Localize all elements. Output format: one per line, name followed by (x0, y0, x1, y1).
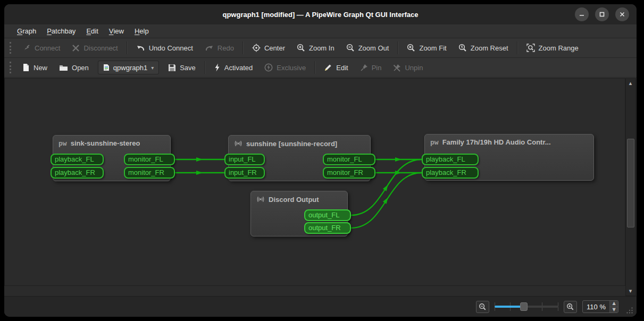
zoom-in-icon (566, 303, 574, 311)
vertical-scrollbar[interactable]: ▴ ▾ (625, 78, 636, 296)
titlebar[interactable]: qpwgraph1 [modified] — A PipeWire Graph … (4, 4, 637, 24)
open-button[interactable]: Open (53, 60, 95, 75)
menu-edit[interactable]: Edit (81, 24, 103, 38)
toolbar-separator (242, 41, 244, 54)
menu-patchbay[interactable]: Patchbay (41, 24, 81, 38)
toolbar-separator (204, 61, 205, 74)
menubar: Graph Patchbay Edit View Help (4, 24, 637, 38)
menu-help[interactable]: Help (129, 24, 154, 38)
zoom-range-label: Zoom Range (539, 44, 579, 52)
graph-central-area: pw sink-sunshine-stereo playback_FL play… (4, 78, 637, 296)
pipewire-icon: pw (430, 138, 439, 146)
redo-button[interactable]: Redo (199, 40, 240, 55)
maximize-button[interactable] (595, 7, 609, 21)
audio-record-icon (256, 195, 265, 204)
node-header: Discord Output (251, 191, 347, 207)
zoom-fit-button[interactable]: Zoom Fit (401, 40, 452, 55)
exclusive-button[interactable]: Exclusive (258, 60, 312, 75)
node-header: pw Family 17h/19h HD Audio Contr... (425, 134, 593, 150)
connect-icon (22, 44, 31, 52)
port-output-fl[interactable]: output_FL (304, 209, 351, 221)
zoom-out-icon (479, 303, 487, 311)
toolbar-separator (517, 41, 518, 54)
port-playback-fl[interactable]: playback_FL (422, 154, 479, 165)
toolbar-separator (127, 41, 128, 54)
menu-view[interactable]: View (104, 24, 129, 38)
statusbar-zoom-out-button[interactable] (476, 301, 489, 313)
maximize-icon (599, 12, 605, 17)
zoom-in-button[interactable]: Zoom In (291, 40, 340, 55)
close-button[interactable] (615, 7, 629, 21)
redo-label: Redo (218, 44, 234, 52)
zoom-fit-icon (407, 44, 415, 52)
window-controls (575, 7, 629, 21)
statusbar: 110 % ▲ ▼ (4, 296, 637, 317)
pin-icon (360, 64, 368, 72)
activated-button[interactable]: Activated (208, 60, 258, 75)
exclusive-label: Exclusive (277, 64, 306, 72)
node-title: Discord Output (269, 196, 319, 204)
chevron-down-icon: ▾ (151, 65, 154, 71)
patchbay-select[interactable]: qpwgraph1 ▾ (98, 61, 159, 74)
graph-toolbar: Connect Disconnect Undo Connect Redo Cen… (4, 38, 637, 58)
exclusive-icon (264, 63, 273, 72)
connect-label: Connect (35, 44, 60, 52)
spin-down-button[interactable]: ▼ (610, 307, 618, 312)
slider-fill (495, 306, 522, 308)
menu-graph[interactable]: Graph (12, 24, 41, 38)
connect-button[interactable]: Connect (16, 40, 66, 55)
new-button[interactable]: New (16, 60, 53, 75)
window-title: qpwgraph1 [modified] — A PipeWire Graph … (222, 11, 418, 19)
undo-connect-button[interactable]: Undo Connect (130, 40, 199, 55)
port-input-fr[interactable]: input_FR (224, 167, 265, 179)
statusbar-zoom-in-button[interactable] (564, 301, 577, 313)
port-playback-fl[interactable]: playback_FL (51, 154, 104, 165)
edit-label: Edit (336, 64, 348, 72)
save-label: Save (180, 64, 196, 72)
disconnect-icon (72, 44, 80, 52)
redo-icon (205, 44, 214, 52)
scroll-up-icon[interactable]: ▴ (626, 79, 635, 88)
edit-button[interactable]: Edit (318, 60, 354, 75)
unpin-icon (393, 64, 401, 72)
node-title: sunshine [sunshine-record] (246, 140, 337, 148)
port-monitor-fl[interactable]: monitor_FL (124, 154, 175, 165)
port-playback-fr[interactable]: playback_FR (51, 167, 104, 179)
resize-grip[interactable] (626, 307, 633, 314)
zoom-value: 110 % (583, 303, 609, 311)
minimize-button[interactable] (575, 7, 589, 21)
port-monitor-fr[interactable]: monitor_FR (323, 167, 375, 179)
toolbar-drag-handle[interactable] (10, 62, 12, 73)
vertical-scrollbar-thumb[interactable] (627, 139, 634, 227)
port-monitor-fl[interactable]: monitor_FL (323, 154, 375, 165)
pipewire-icon: pw (58, 139, 67, 147)
node-title: Family 17h/19h HD Audio Contr... (442, 138, 551, 146)
patchbay-name: qpwgraph1 (113, 64, 147, 72)
unpin-button[interactable]: Unpin (387, 60, 429, 75)
graph-canvas[interactable]: pw sink-sunshine-stereo playback_FL play… (4, 78, 625, 286)
zoom-slider-handle[interactable] (520, 302, 528, 311)
zoom-out-button[interactable]: Zoom Out (340, 40, 395, 55)
port-input-fl[interactable]: input_FL (224, 154, 265, 165)
undo-icon (136, 44, 145, 52)
port-monitor-fr[interactable]: monitor_FR (124, 167, 175, 179)
scroll-down-icon[interactable]: ▾ (626, 286, 635, 295)
save-icon (168, 64, 176, 72)
port-playback-fr[interactable]: playback_FR (422, 167, 479, 179)
zoom-spinbox[interactable]: 110 % ▲ ▼ (582, 300, 618, 313)
center-button[interactable]: Center (246, 40, 291, 55)
pin-button[interactable]: Pin (354, 60, 388, 75)
center-label: Center (264, 44, 285, 52)
audio-record-icon (234, 139, 242, 148)
open-label: Open (72, 64, 89, 72)
disconnect-button[interactable]: Disconnect (66, 40, 123, 55)
zoom-slider[interactable] (495, 301, 558, 312)
port-output-fr[interactable]: output_FR (304, 222, 351, 234)
toolbar-drag-handle[interactable] (10, 42, 12, 54)
open-folder-icon (59, 64, 68, 72)
zoom-range-button[interactable]: Zoom Range (521, 40, 584, 55)
zoom-reset-button[interactable]: Zoom Reset (453, 40, 514, 55)
spin-up-button[interactable]: ▲ (610, 301, 618, 307)
save-button[interactable]: Save (162, 60, 202, 75)
zoom-out-label: Zoom Out (358, 44, 389, 52)
